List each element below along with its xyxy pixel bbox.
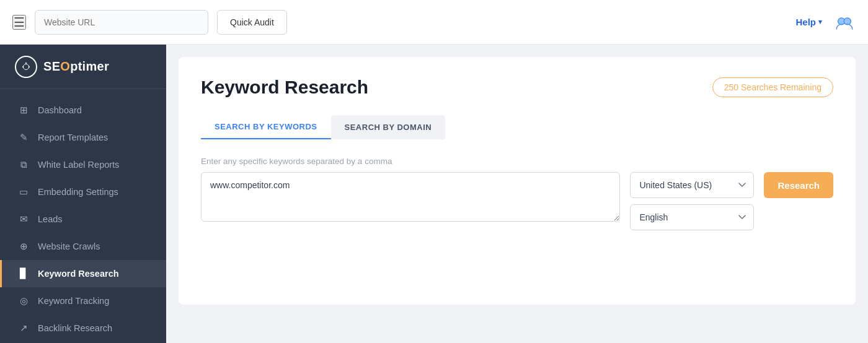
website-crawls-icon: ⊕ [18,241,29,252]
country-select[interactable]: United States (US) United Kingdom (UK) C… [630,172,754,198]
content-card: Keyword Research 250 Searches Remaining … [179,57,856,305]
form-row: www.competitor.com United States (US) Un… [201,172,833,230]
search-tabs: Search by Keywords Search by Domain [201,115,833,139]
sidebar-item-label: Backlink Research [38,323,112,333]
white-label-icon: ⧉ [18,159,29,170]
report-templates-icon: ✎ [18,132,29,143]
sidebar-item-label: Dashboard [38,105,82,115]
quick-audit-button[interactable]: Quick Audit [217,10,287,35]
main-layout: SEOptimer ⊞ Dashboard ✎ Report Templates… [0,45,868,343]
help-label: Help [795,17,816,27]
sidebar-item-label: Embedding Settings [38,187,118,197]
sidebar-item-label: Report Templates [38,132,108,142]
sidebar: SEOptimer ⊞ Dashboard ✎ Report Templates… [0,45,166,343]
logo-text: SEOptimer [43,59,109,74]
leads-icon: ✉ [18,214,29,225]
sidebar-item-leads[interactable]: ✉ Leads [0,206,166,233]
topbar-right: Help ▾ [795,11,856,33]
sidebar-logo: SEOptimer [0,45,166,89]
svg-point-3 [24,64,29,69]
website-url-input[interactable] [35,10,208,35]
sidebar-item-report-templates[interactable]: ✎ Report Templates [0,124,166,151]
tab-search-by-domain[interactable]: Search by Domain [331,115,446,139]
keyword-research-icon: ▊ [18,268,29,279]
sidebar-item-label: Website Crawls [38,241,100,251]
sidebar-item-dashboard[interactable]: ⊞ Dashboard [0,97,166,124]
keyword-tracking-icon: ◎ [18,295,29,306]
sidebar-item-label: Leads [38,214,63,224]
dashboard-icon: ⊞ [18,105,29,116]
sidebar-item-embedding-settings[interactable]: ▭ Embedding Settings [0,178,166,206]
sidebar-item-label: White Label Reports [38,160,119,170]
sidebar-item-backlink-research[interactable]: ↗ Backlink Research [0,315,166,342]
sidebar-item-keyword-research[interactable]: ▊ Keyword Research [0,260,166,287]
keyword-textarea[interactable]: www.competitor.com [201,172,620,222]
textarea-wrap: www.competitor.com [201,172,620,224]
hamburger-button[interactable]: ☰ [12,15,26,30]
card-header: Keyword Research 250 Searches Remaining [201,77,833,98]
sidebar-item-label: Keyword Research [38,269,119,279]
help-chevron-icon: ▾ [818,18,822,26]
sidebar-navigation: ⊞ Dashboard ✎ Report Templates ⧉ White L… [0,89,166,343]
sidebar-item-keyword-tracking[interactable]: ◎ Keyword Tracking [0,287,166,315]
topbar-left: ☰ Quick Audit [12,10,786,35]
sidebar-item-label: Keyword Tracking [38,296,109,306]
sidebar-item-website-crawls[interactable]: ⊕ Website Crawls [0,233,166,260]
tab-search-by-keywords[interactable]: Search by Keywords [201,115,331,139]
research-button[interactable]: Research [764,172,833,198]
content-area: Keyword Research 250 Searches Remaining … [166,45,868,343]
topbar: ☰ Quick Audit Help ▾ [0,0,868,45]
controls-column: United States (US) United Kingdom (UK) C… [630,172,754,230]
form-label: Enter any specific keywords separated by… [201,157,833,166]
language-select[interactable]: English Spanish French German [630,204,754,230]
user-avatar[interactable] [833,11,856,33]
logo-icon [15,56,37,78]
help-button[interactable]: Help ▾ [795,17,822,27]
sidebar-item-white-label-reports[interactable]: ⧉ White Label Reports [0,151,166,178]
searches-remaining-badge: 250 Searches Remaining [712,77,833,97]
svg-point-1 [844,17,851,24]
backlink-icon: ↗ [18,323,29,334]
page-title: Keyword Research [201,77,368,98]
embedding-icon: ▭ [18,186,29,198]
user-icon [835,12,854,32]
